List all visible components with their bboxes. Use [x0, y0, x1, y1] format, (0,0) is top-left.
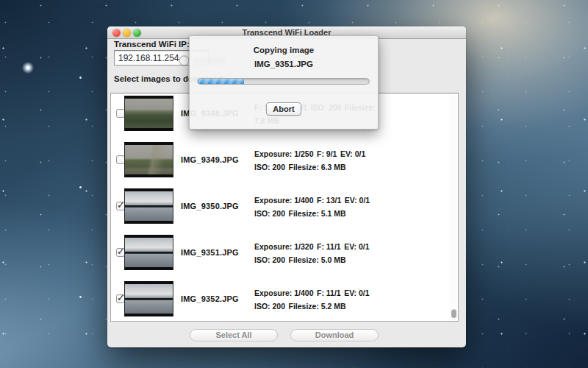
copy-progress-dialog: Copying image IMG_9351.JPG Abort	[189, 35, 379, 130]
close-button[interactable]	[112, 29, 121, 37]
image-row: IMG_9350.JPG Exposure: 1/400 F: 13/1 EV:…	[111, 183, 458, 229]
exif-f: F: 11/1	[317, 242, 341, 251]
exif-iso: ISO: 200	[254, 255, 285, 264]
exif-exposure: Exposure: 1/400	[254, 196, 314, 205]
image-row: IMG_9352.JPG Exposure: 1/400 F: 11/1 EV:…	[111, 275, 458, 322]
image-exif: Exposure: 1/400 F: 13/1 EV: 0/1 ISO: 200…	[254, 193, 379, 219]
scrollbar-thumb[interactable]	[451, 309, 456, 318]
zoom-button[interactable]	[133, 29, 141, 37]
download-button[interactable]: Download	[290, 329, 379, 342]
exif-ev: EV: 0/1	[345, 196, 370, 205]
image-thumbnail	[124, 96, 173, 131]
exif-iso: ISO: 200	[254, 209, 285, 218]
image-thumbnail	[124, 142, 173, 177]
image-exif: Exposure: 1/250 F: 9/1 EV: 0/1 ISO: 200 …	[254, 146, 379, 173]
abort-button[interactable]: Abort	[266, 102, 301, 116]
exif-f: F: 9/1	[317, 149, 337, 158]
image-exif: Exposure: 1/320 F: 11/1 EV: 0/1 ISO: 200…	[254, 239, 379, 266]
exif-filesize: Filesize: 6.3 MB	[288, 163, 345, 171]
image-filename: IMG_9350.JPG	[181, 202, 239, 210]
image-thumbnail	[124, 281, 173, 316]
progress-bar	[197, 78, 370, 85]
image-exif: Exposure: 1/400 F: 11/1 EV: 0/1 ISO: 200…	[254, 286, 379, 312]
exif-ev: EV: 0/1	[344, 289, 369, 297]
exif-exposure: Exposure: 1/320	[254, 242, 314, 251]
exif-f: F: 11/1	[317, 289, 341, 297]
image-filename: IMG_9349.JPG	[181, 155, 239, 164]
exif-ev: EV: 0/1	[340, 149, 365, 158]
scrollbar-track[interactable]	[449, 93, 458, 321]
exif-iso: ISO: 200	[254, 302, 285, 311]
exif-exposure: Exposure: 1/250	[254, 149, 314, 158]
select-all-button[interactable]: Select All	[190, 329, 278, 342]
desktop-wallpaper: Transcend WiFi Loader Transcend WiFi IP:…	[0, 0, 588, 368]
exif-filesize: Filesize: 5.0 MB	[288, 255, 345, 264]
ip-label: Transcend WiFi IP:	[114, 40, 190, 49]
image-thumbnail	[124, 235, 173, 270]
image-thumbnail	[124, 188, 173, 224]
exif-iso: ISO: 200	[254, 163, 285, 171]
exif-ev: EV: 0/1	[344, 242, 369, 251]
image-filename: IMG_9351.JPG	[181, 248, 239, 257]
dialog-filename: IMG_9351.JPG	[190, 60, 378, 68]
image-filename: IMG_9352.JPG	[181, 294, 239, 303]
exif-filesize: Filesize: 5.1 MB	[288, 209, 345, 218]
progress-fill	[198, 79, 244, 84]
bright-star	[22, 62, 34, 74]
exif-f: F: 13/1	[317, 196, 341, 205]
exif-exposure: Exposure: 1/400	[254, 289, 314, 297]
dialog-title: Copying image	[190, 46, 378, 54]
exif-filesize: Filesize: 5.2 MB	[288, 302, 345, 311]
reload-button[interactable]	[179, 55, 190, 66]
image-row: IMG_9351.JPG Exposure: 1/320 F: 11/1 EV:…	[111, 229, 458, 275]
image-row: IMG_9349.JPG Exposure: 1/250 F: 9/1 EV: …	[111, 136, 458, 183]
minimize-button[interactable]	[123, 29, 131, 37]
